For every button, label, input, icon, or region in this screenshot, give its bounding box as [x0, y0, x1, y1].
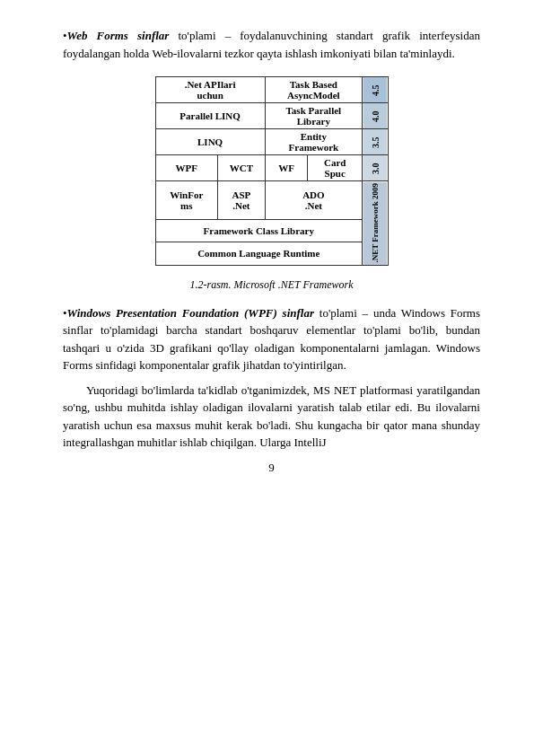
diagram-row-3: LINQ EntityFramework 3.5 — [155, 129, 388, 155]
page: •Web Forms sinflar to'plami – foydalanuv… — [0, 0, 534, 756]
cell-wpf: WPF — [155, 155, 218, 181]
cell-ado: ADO.Net — [265, 181, 362, 220]
diagram-row-4: WPF WCT WF CardSpuc 3.0 — [155, 155, 388, 181]
cell-wct: WCT — [218, 155, 266, 181]
diagram-row-2: Parallel LINQ Task ParallelLibrary 4.0 — [155, 103, 388, 129]
cell-fcl: Framework Class Library — [155, 220, 363, 242]
content: •Web Forms sinflar to'plami – foydalanuv… — [63, 27, 480, 475]
diagram-wrapper: .Net APIlariuchun Task BasedAsyncModel 4… — [63, 76, 480, 266]
cell-task-based: Task BasedAsyncModel — [265, 77, 362, 103]
intro-paragraph: •Web Forms sinflar to'plami – foydalanuv… — [63, 27, 480, 62]
diagram-table: .Net APIlariuchun Task BasedAsyncModel 4… — [155, 76, 389, 266]
cell-asp: ASP.Net — [218, 181, 266, 220]
diagram-row-5: WinForms ASP.Net ADO.Net .NET Framework … — [155, 181, 388, 220]
cell-winforms: WinForms — [155, 181, 218, 220]
paragraph-3: Yuqoridagi bo'limlarda ta'kidlab o'tgani… — [63, 382, 480, 452]
label-30: 3.0 — [363, 155, 388, 181]
label-net-framework: .NET Framework 2009 — [363, 181, 388, 266]
diagram-caption: 1.2-rasm. Microsoft .NET Framework — [63, 278, 480, 292]
cell-parallel-linq: Parallel LINQ — [155, 103, 265, 129]
cell-entity: EntityFramework — [265, 129, 362, 155]
page-number: 9 — [63, 461, 480, 475]
label-45: 4.5 — [363, 77, 388, 103]
para2-italic: Windows Presentation Foundation (WPF) si… — [67, 306, 314, 320]
diagram-row-1: .Net APIlariuchun Task BasedAsyncModel 4… — [155, 77, 388, 103]
label-40: 4.0 — [363, 103, 388, 129]
diagram-row-7: Common Language Runtime — [155, 242, 388, 265]
cell-card: CardSpuc — [308, 155, 363, 181]
cell-clr: Common Language Runtime — [155, 242, 363, 265]
intro-italic: Web Forms sinflar — [67, 29, 170, 42]
cell-net-api: .Net APIlariuchun — [155, 77, 265, 103]
diagram-row-6: Framework Class Library — [155, 220, 388, 242]
paragraph-2: •Windows Presentation Foundation (WPF) s… — [63, 304, 480, 374]
cell-wf: WF — [265, 155, 308, 181]
label-35: 3.5 — [363, 129, 388, 155]
cell-task-parallel: Task ParallelLibrary — [265, 103, 362, 129]
cell-linq: LINQ — [155, 129, 265, 155]
